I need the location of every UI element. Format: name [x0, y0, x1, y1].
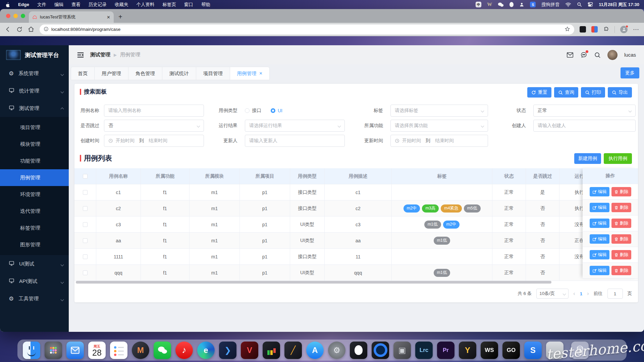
dock-pencil-app[interactable]: ╱ — [284, 342, 302, 359]
dock-qq[interactable] — [350, 342, 367, 359]
dock-chart-app[interactable] — [263, 342, 280, 359]
导出-button[interactable]: 导出 — [608, 87, 632, 98]
dock-trash[interactable] — [571, 342, 589, 359]
ime-name[interactable]: 搜狗拼音 — [541, 2, 559, 8]
breadcrumb-section[interactable]: 测试管理 — [90, 52, 110, 58]
dock-blue-s-app[interactable]: S — [524, 342, 542, 359]
dock-finder[interactable] — [23, 342, 40, 359]
update-time-range[interactable]: 开始时间 到 结束时间 — [390, 135, 488, 147]
sidebar-item-标签管理[interactable]: 标签管理 — [0, 220, 69, 236]
reload-icon[interactable] — [16, 26, 22, 33]
delete-button[interactable]: 删除 — [611, 266, 631, 275]
delete-button[interactable]: 删除 — [611, 203, 631, 212]
function-select[interactable]: 请选择所属功能 — [390, 120, 488, 132]
extension-icon[interactable] — [591, 26, 598, 33]
sidebar-group-系统管理[interactable]: ⚙系统管理 — [0, 65, 69, 82]
tab-角色管理[interactable]: 角色管理 — [128, 67, 162, 80]
menubar-menu[interactable]: 文件 — [37, 2, 46, 8]
edit-button[interactable]: 编辑 — [590, 203, 609, 212]
collapse-sidebar-icon[interactable] — [77, 52, 84, 58]
extensions-puzzle-icon[interactable] — [603, 26, 609, 33]
edit-button[interactable]: 编辑 — [590, 187, 609, 196]
menubar-menu[interactable]: 个人资料 — [137, 2, 155, 8]
dock-netease-music[interactable]: ♪ — [175, 342, 193, 359]
browser-tab[interactable]: lucasTest管理系统 ✕ — [29, 11, 114, 23]
sidebar-group-统计管理[interactable]: 统计管理 — [0, 82, 69, 100]
user-status-icon[interactable] — [519, 2, 524, 8]
updater-input[interactable]: 请输入更新人 — [245, 135, 345, 147]
new-tab-button[interactable]: + — [118, 13, 122, 20]
search-icon[interactable] — [594, 52, 601, 58]
dock-edge[interactable]: e — [197, 342, 215, 359]
wechat-status-icon[interactable] — [498, 2, 504, 8]
apple-icon[interactable] — [5, 2, 10, 8]
goto-page-input[interactable]: 1 — [607, 289, 623, 299]
menubar-datetime[interactable]: 11月28日 周五 17:30 — [599, 2, 639, 8]
select-all-checkbox[interactable] — [83, 174, 88, 179]
dock-goland[interactable]: GO — [502, 342, 520, 359]
menubar-menu[interactable]: 帮助 — [201, 2, 210, 8]
horizontal-scrollbar[interactable] — [76, 281, 551, 284]
close-tab-icon[interactable]: ✕ — [107, 15, 110, 20]
close-tab-icon[interactable]: ✕ — [259, 71, 262, 76]
dock-launchpad[interactable] — [45, 342, 62, 359]
more-tabs-button[interactable]: 更多 — [621, 67, 639, 78]
row-checkbox[interactable] — [83, 270, 88, 275]
menubar-menu[interactable]: 标签页 — [163, 2, 176, 8]
sidebar-item-图形管理[interactable]: 图形管理 — [0, 236, 69, 253]
dock-wechat[interactable] — [154, 342, 171, 359]
run-result-select[interactable]: 请选择运行结果 — [245, 120, 345, 132]
menubar-menu[interactable]: 收藏夹 — [115, 2, 128, 8]
breadcrumb-page[interactable]: 用例管理 — [120, 52, 140, 58]
creator-input[interactable]: 请输入创建人 — [533, 120, 636, 132]
wifi-icon[interactable] — [565, 2, 571, 8]
input-method-icon[interactable]: 中 — [476, 2, 481, 7]
dock-dark-arrow-app[interactable]: ❯ — [219, 342, 236, 359]
address-bar[interactable]: localhost:8080/main/program/case — [40, 24, 574, 35]
extension-icon[interactable] — [580, 26, 586, 33]
user-avatar[interactable] — [607, 50, 618, 60]
message-icon[interactable] — [580, 52, 587, 58]
row-checkbox[interactable] — [83, 206, 88, 211]
qq-status-icon[interactable] — [509, 2, 514, 8]
edit-button[interactable]: 编辑 — [590, 219, 609, 228]
menubar-menu[interactable]: 查看 — [71, 2, 80, 8]
page-size-select[interactable]: 10条/页 — [536, 289, 569, 299]
sidebar-group-API测试[interactable]: API测试 — [0, 273, 69, 290]
radio-api[interactable]: 接口 — [245, 108, 261, 114]
status-select[interactable]: 正常 — [533, 105, 636, 117]
tab-用例管理[interactable]: 用例管理✕ — [230, 67, 270, 80]
favorite-star-icon[interactable] — [565, 26, 570, 33]
dock-calendar[interactable]: 周五28 — [88, 342, 106, 359]
dock-m-app[interactable]: M — [132, 342, 149, 359]
menubar-menu[interactable]: 窗口 — [184, 2, 193, 8]
dock-settings[interactable]: ⚙ — [328, 342, 345, 359]
打印-button[interactable]: 打印 — [581, 87, 605, 98]
dock-premiere-pro[interactable]: Pr — [437, 342, 454, 359]
spotlight-search-icon[interactable] — [577, 2, 582, 8]
menubar-menu[interactable]: 编辑 — [54, 2, 63, 8]
prev-page-icon[interactable]: ‹ — [573, 291, 575, 297]
sidebar-item-用例管理[interactable]: 用例管理 — [0, 169, 69, 186]
dock-yellow-app[interactable]: Y — [459, 342, 476, 359]
row-checkbox[interactable] — [83, 190, 88, 195]
edit-button[interactable]: 编辑 — [590, 234, 609, 244]
sidebar-item-功能管理[interactable]: 功能管理 — [0, 153, 69, 169]
dock-v-app[interactable]: V — [241, 342, 258, 359]
sidebar-item-迭代管理[interactable]: 迭代管理 — [0, 203, 69, 220]
tag-select[interactable]: 请选择标签 — [390, 105, 488, 117]
zoom-window-button[interactable] — [21, 14, 25, 18]
delete-button[interactable]: 删除 — [611, 250, 631, 259]
new-case-button[interactable]: 新建用例 — [574, 153, 601, 164]
delete-button[interactable]: 删除 — [611, 234, 631, 244]
back-icon[interactable] — [5, 26, 11, 33]
dock-ring-app[interactable] — [372, 342, 389, 359]
browser-profile-avatar[interactable] — [620, 26, 628, 33]
查询-button[interactable]: 查询 — [554, 87, 578, 98]
site-info-icon[interactable] — [44, 26, 49, 33]
sidebar-group-测试管理[interactable]: 测试管理 — [0, 100, 69, 117]
edit-button[interactable]: 编辑 — [590, 266, 609, 275]
page-number[interactable]: 1 — [580, 291, 583, 296]
home-icon[interactable] — [28, 26, 34, 33]
mail-icon[interactable] — [567, 52, 574, 58]
